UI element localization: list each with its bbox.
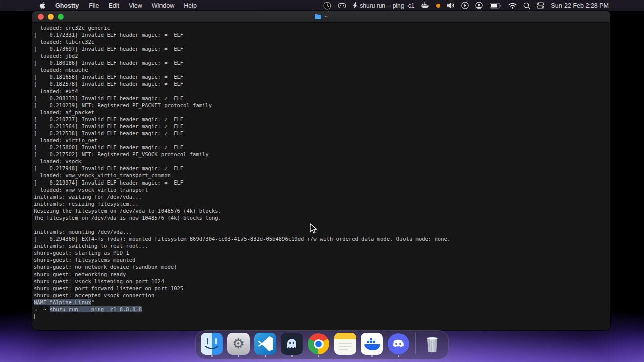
- apple-menu-icon[interactable]: [39, 2, 46, 9]
- terminal-line: initramfs: mounting /dev/vda...: [34, 228, 608, 235]
- app-menu-ghostty[interactable]: Ghostty: [55, 2, 79, 9]
- terminal-line: loaded: mbcache: [34, 66, 608, 73]
- recording-dot-icon: [436, 4, 440, 8]
- menu-bar-left: Ghostty File Edit View Window Help: [39, 2, 197, 9]
- terminal-line: → ~ shuru run -- ping -c1 8.8.8.8: [34, 306, 608, 313]
- svg-text:⚙: ⚙: [232, 336, 245, 351]
- terminal-line: initramfs: resizing filesystem...: [34, 200, 608, 207]
- terminal-line: NAME="Alpine Linux": [34, 299, 608, 306]
- terminal-line: loaded: jbd2: [34, 52, 608, 59]
- dock-separator: [415, 332, 416, 354]
- terminal-line: shuru-guest: no network device (sandbox …: [34, 263, 608, 270]
- terminal-output[interactable]: loaded: crc32c_generic[ 0.172331] Invali…: [32, 23, 610, 330]
- recording-indicator[interactable]: [436, 4, 440, 8]
- finder-icon: [201, 333, 223, 355]
- notes-icon: [334, 333, 356, 355]
- menu-edit[interactable]: Edit: [108, 2, 119, 9]
- terminal-line: [ 0.212538] Invalid ELF header magic: ≠ …: [34, 130, 608, 137]
- terminal-line: [ 0.182578] Invalid ELF header magic: ≠ …: [34, 80, 608, 87]
- menu-bar-status-area: shuru run -- ping -c1 Sun 22 Feb 2:28 PM: [323, 2, 609, 10]
- terminal-line: [ 0.215800] Invalid ELF header magic: ≠ …: [34, 144, 608, 151]
- dock-item-vscode[interactable]: [254, 333, 277, 357]
- chrome-icon: [307, 333, 330, 355]
- running-indicator: [291, 355, 293, 357]
- terminal-line: [ 0.217948] Invalid ELF header magic: ≠ …: [34, 165, 608, 172]
- terminal-cursor-line: [34, 313, 608, 320]
- dock-item-discord[interactable]: [387, 333, 410, 357]
- terminal-line: loaded: af_packet: [34, 109, 608, 116]
- menu-view[interactable]: View: [129, 2, 142, 9]
- menu-bar: Ghostty File Edit View Window Help shuru…: [0, 0, 644, 11]
- terminal-line: Resizing the filesystem on /dev/vda to 1…: [34, 207, 608, 214]
- ghostty-icon: [281, 333, 303, 355]
- terminal-line: shuru-guest: filesystems mounted: [34, 256, 608, 263]
- terminal-line: shuru-guest: networking ready: [34, 270, 608, 278]
- dock-item-notes[interactable]: [334, 333, 357, 357]
- volume-icon[interactable]: [447, 2, 455, 9]
- terminal-line: loaded: crc32c_generic: [34, 24, 608, 31]
- play-icon[interactable]: [461, 2, 469, 9]
- terminal-window: ~ loaded: crc32c_generic[ 0.172331] Inva…: [32, 11, 610, 330]
- status-command-item[interactable]: shuru run -- ping -c1: [353, 2, 414, 9]
- running-indicator: [211, 355, 213, 357]
- terminal-line: loaded: vmw_vsock_virtio_transport: [34, 186, 608, 193]
- menu-help[interactable]: Help: [184, 2, 197, 9]
- docker-icon: [361, 333, 383, 355]
- terminal-line: loaded: virtio_net: [34, 137, 608, 144]
- text-cursor: [34, 314, 35, 319]
- terminal-line: [ 0.173697] Invalid ELF header magic: ≠ …: [34, 45, 608, 52]
- wifi-icon[interactable]: [508, 3, 517, 9]
- dock-item-trash[interactable]: [421, 333, 444, 357]
- bolt-icon: [353, 2, 357, 9]
- menu-bar-clock[interactable]: Sun 22 Feb 2:28 PM: [551, 2, 609, 9]
- terminal-line: [ 0.208133] Invalid ELF header magic: ≠ …: [34, 95, 608, 102]
- user-icon[interactable]: [475, 2, 483, 9]
- terminal-line: [ 0.219974] Invalid ELF header magic: ≠ …: [34, 179, 608, 186]
- terminal-line: The filesystem on /dev/vda is now 104857…: [34, 214, 608, 221]
- terminal-line: shuru-guest: port forward listener on po…: [34, 285, 608, 292]
- terminal-line: loaded: vsock: [34, 158, 608, 165]
- terminal-line: shuru-guest: vsock listening on port 102…: [34, 278, 608, 285]
- vscode-icon: [254, 333, 276, 355]
- dock-item-docker[interactable]: [360, 333, 383, 357]
- docker-whale-icon[interactable]: [421, 2, 430, 9]
- controller-icon[interactable]: [338, 3, 346, 9]
- running-indicator: [318, 355, 319, 357]
- tab-title-text: ~: [324, 14, 328, 20]
- dock-item-chrome[interactable]: [307, 333, 330, 357]
- terminal-line: shuru-guest: starting as PID 1: [34, 249, 608, 256]
- discord-icon: [387, 333, 410, 355]
- menu-file[interactable]: File: [89, 2, 99, 9]
- status-command-text: shuru run -- ping -c1: [360, 2, 414, 9]
- running-indicator: [371, 355, 373, 357]
- dock: ⚙: [195, 330, 449, 359]
- dock-item-system-settings[interactable]: ⚙: [227, 333, 250, 357]
- dock-item-ghostty[interactable]: [280, 333, 303, 357]
- terminal-line: [ 0.217502] NET: Registered PF_VSOCK pro…: [34, 151, 608, 158]
- timer-icon[interactable]: [323, 2, 331, 10]
- battery-icon[interactable]: [490, 3, 502, 9]
- running-indicator: [398, 355, 399, 357]
- terminal-line: initramfs: switching to real root...: [34, 242, 608, 249]
- folder-icon: [315, 14, 321, 19]
- terminal-line: [34, 221, 608, 228]
- window-titlebar[interactable]: ~: [32, 11, 610, 23]
- terminal-line: shuru-guest: accepted vsock connection: [34, 292, 608, 299]
- terminal-line: [ 0.210239] NET: Registered PF_PACKET pr…: [34, 102, 608, 109]
- terminal-line: [ 0.180186] Invalid ELF header magic: ≠ …: [34, 59, 608, 66]
- terminal-line: initramfs: waiting for /dev/vda...: [34, 193, 608, 200]
- terminal-line: [ 0.211564] Invalid ELF header magic: ≠ …: [34, 123, 608, 130]
- terminal-line: [ 0.294360] EXT4-fs (vda): mounted files…: [34, 235, 608, 242]
- control-center-icon[interactable]: [537, 2, 544, 9]
- terminal-line: loaded: ext4: [34, 87, 608, 95]
- terminal-line: [ 0.172331] Invalid ELF header magic: ≠ …: [34, 31, 608, 38]
- dock-item-finder[interactable]: [200, 333, 223, 357]
- trash-icon: [421, 333, 443, 355]
- terminal-line: loaded: libcrc32c: [34, 38, 608, 45]
- terminal-line: [ 0.210737] Invalid ELF header magic: ≠ …: [34, 116, 608, 123]
- spotlight-search-icon[interactable]: [523, 2, 530, 9]
- running-indicator: [238, 355, 239, 357]
- tab-title: ~: [32, 11, 610, 22]
- terminal-line: [ 0.181658] Invalid ELF header magic: ≠ …: [34, 73, 608, 80]
- menu-window[interactable]: Window: [152, 2, 174, 9]
